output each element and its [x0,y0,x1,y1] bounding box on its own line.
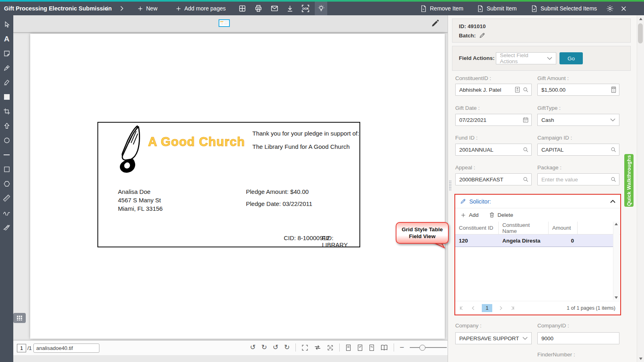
gift-type-select[interactable]: Cash [537,114,619,126]
line-tool[interactable] [2,150,11,159]
search-icon[interactable] [610,146,617,153]
book-view-icon[interactable] [380,344,388,351]
rotate-right-icon[interactable]: ↻ [261,343,267,352]
submit-item-button[interactable]: Submit Item [477,2,517,15]
quick-walkthroughs-tab[interactable]: Quick Walkthroughs [624,154,634,207]
polygon-tool[interactable] [2,179,11,188]
highlighter-tool[interactable] [2,78,11,86]
field-actions-select[interactable]: Select Field Actions [496,52,556,64]
panel-scrollbar[interactable] [637,15,644,362]
scroll-up-icon[interactable] [615,223,618,225]
search-icon[interactable] [610,176,617,183]
delete-row-button[interactable]: Delete [489,212,513,218]
ruler-tool[interactable] [2,194,11,202]
hide-annotations-tool[interactable] [2,223,11,231]
last-page-icon[interactable] [510,306,515,311]
solicitor-grid-row-selected[interactable]: 120 Angela Diresta 0 [455,234,614,247]
package-input[interactable] [537,173,619,185]
chevron-down-icon [522,337,528,340]
zoom-slider[interactable] [410,345,447,350]
edit-annotations-pencil-icon[interactable] [431,19,440,28]
gift-date-input[interactable] [455,114,532,126]
next-item-button[interactable] [118,2,125,15]
grid-scrollbar[interactable] [613,222,619,300]
settings-button[interactable] [606,2,614,15]
scroll-down-icon[interactable] [615,296,618,299]
filename-input[interactable] [33,343,99,353]
add-more-pages-button[interactable]: Add more pages [175,2,226,15]
panel-splitter-handle[interactable] [449,180,452,191]
facing-view-icon[interactable] [369,344,375,351]
zoom-slider-knob[interactable] [419,345,425,351]
fit-width-icon[interactable] [314,345,321,350]
company-select[interactable]: PAPERSAVE SUPPORT [455,332,532,344]
next-page-icon[interactable] [499,306,503,311]
scroll-up-button[interactable] [637,15,644,22]
search-icon[interactable] [522,146,529,153]
fund-id-field [455,144,532,156]
filled-rectangle-tool[interactable] [2,93,11,101]
ocr-button[interactable]: OCR [301,2,310,15]
download-button[interactable] [286,2,294,15]
rotate-all-left-icon[interactable]: ↺ [273,343,279,352]
column-header-constituent-name[interactable]: Constituent Name [499,222,549,234]
column-header-constituent-id[interactable]: Constituent ID [455,222,499,234]
campaign-id-input[interactable] [537,144,619,156]
prev-item-button[interactable] [104,2,110,15]
actual-size-icon[interactable] [327,344,334,351]
add-row-button[interactable]: Add [460,212,479,218]
freehand-tool[interactable] [2,208,11,217]
document-page[interactable]: A Good Church Thank you for your pledge … [30,34,445,339]
document-plus-icon [477,5,484,12]
thumbnail-panel-toggle-button[interactable] [13,313,26,323]
close-button[interactable] [620,2,627,15]
page-thumbnail[interactable] [219,19,230,27]
page-number-input[interactable] [17,344,26,352]
gift-amount-input[interactable] [537,84,619,96]
print-button[interactable] [254,2,262,15]
rotate-all-right-icon[interactable]: ↻ [284,343,290,352]
scroll-down-button[interactable] [637,355,644,362]
submit-selected-items-button[interactable]: Submit Selected Items [530,2,597,15]
ellipse-tool[interactable] [2,136,11,144]
search-icon[interactable] [522,86,529,93]
first-page-icon[interactable] [459,306,464,311]
rectangle-tool[interactable] [2,165,11,173]
sticky-note-tool[interactable] [2,49,11,58]
search-icon[interactable] [522,176,529,183]
single-page-view-icon[interactable] [345,344,351,351]
rotate-left-icon[interactable]: ↺ [250,343,256,352]
field-actions-box: Field Actions: Select Field Actions Go [452,46,631,71]
appeal-input[interactable] [455,173,532,185]
pen-tool[interactable] [2,64,11,72]
select-cursor-tool[interactable] [2,20,11,29]
continuous-view-icon[interactable] [357,344,363,351]
fund-id-input[interactable] [455,144,532,156]
zoom-out-icon[interactable]: − [400,343,404,352]
email-button[interactable] [270,2,279,15]
contact-card-icon[interactable] [514,86,520,93]
package-label: Package : [537,165,561,171]
company-id-input[interactable] [537,332,619,344]
grid-view-button[interactable] [238,2,246,15]
collapse-chevron-icon[interactable] [610,200,615,203]
prev-page-icon[interactable] [471,306,475,311]
column-header-amount[interactable]: Amount [549,222,578,234]
remove-item-button[interactable]: Remove Item [420,2,463,15]
go-button[interactable]: Go [559,52,583,64]
company-label: Company : [455,323,481,329]
arrow-stamp-tool[interactable] [2,121,11,130]
gift-date-field [455,114,532,126]
calendar-icon[interactable] [522,117,529,123]
field-hints-toggle[interactable] [315,2,327,15]
annotation-toolbar: A [0,15,13,362]
calculator-icon[interactable] [611,86,617,93]
crop-tool[interactable] [2,107,11,115]
scrollbar-thumb[interactable] [638,23,643,43]
new-button[interactable]: New [137,2,157,15]
fit-page-icon[interactable] [301,344,308,351]
rotate-group: ↺ ↻ ↺ ↻ − + [250,343,457,352]
text-tool[interactable]: A [2,35,11,43]
current-page-badge[interactable]: 1 [482,304,492,312]
batch-edit-pencil-icon[interactable] [479,32,485,39]
